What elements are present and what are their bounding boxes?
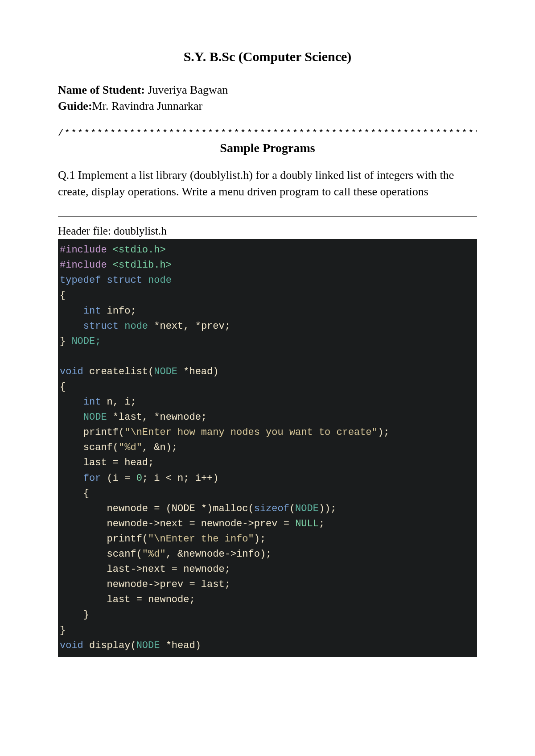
code-token: struct [60, 321, 119, 332]
code-token: prev; [201, 321, 230, 332]
code-token: newnode [60, 579, 148, 590]
code-token: ++ [201, 473, 213, 484]
code-token: prev = [254, 518, 295, 529]
code-token: newnode [183, 549, 224, 560]
code-token: newnode; [160, 412, 207, 423]
code-token: } [60, 625, 66, 636]
code-token: node [119, 321, 154, 332]
code-token: * [154, 321, 160, 332]
code-token: info); [236, 549, 272, 560]
question-text: Q.1 Implement a list library (doublylist… [58, 167, 477, 200]
code-token: void [60, 366, 83, 377]
header-file-label: Header file: doublylist.h [58, 225, 477, 237]
code-token: -> [148, 579, 160, 590]
code-token: NODE [136, 640, 166, 651]
code-token: -> [242, 518, 254, 529]
code-token: ( [119, 427, 124, 438]
code-token: newnode [60, 518, 148, 529]
document-page: S.Y. B.Sc (Computer Science) Name of Stu… [0, 0, 535, 756]
code-token: ( [148, 366, 154, 377]
code-token: display [83, 640, 131, 651]
code-token: ( [113, 442, 119, 453]
code-token: ( [248, 503, 254, 514]
code-token: last, [119, 412, 154, 423]
code-token: printf [60, 533, 142, 545]
code-token: void [60, 640, 83, 651]
code-token: #include [60, 244, 107, 256]
code-token: info; [101, 306, 136, 317]
code-token: , [142, 442, 154, 453]
horizontal-rule [58, 216, 477, 217]
code-token: NODE [60, 412, 113, 423]
code-token: next = newnode [160, 518, 242, 529]
code-token: typedef [60, 275, 101, 286]
student-label: Name of Student: [58, 83, 148, 96]
code-token: & [154, 442, 160, 453]
code-token: head [189, 366, 213, 377]
code-token: newnode = (NODE [60, 503, 201, 514]
code-token: ); [254, 533, 266, 545]
code-token: * [201, 503, 207, 514]
code-token: <stdlib.h> [107, 260, 172, 271]
page-title: S.Y. B.Sc (Computer Science) [58, 49, 477, 64]
code-token: NODE [154, 366, 183, 377]
student-name: Juveriya Bagwan [148, 83, 228, 96]
code-token: 0 [136, 473, 142, 484]
code-token: scanf [60, 442, 113, 453]
code-token: (i = [101, 473, 136, 484]
code-token: -> [130, 564, 142, 575]
code-token: NODE [295, 503, 319, 514]
code-token: ) [195, 640, 201, 651]
code-token: NODE; [66, 336, 101, 347]
code-token: * [166, 640, 172, 651]
code-token: <stdio.h> [107, 244, 166, 256]
guide-name: Mr. Ravindra Junnarkar [92, 99, 203, 112]
code-token: ( [130, 640, 136, 651]
code-token: -> [225, 549, 236, 560]
student-info: Name of Student: Juveriya Bagwan Guide:M… [58, 82, 477, 115]
section-heading: Sample Programs [58, 141, 477, 155]
code-token: createlist [83, 366, 148, 377]
separator-line: /***************************************… [58, 128, 477, 138]
code-token: ) [207, 503, 213, 514]
code-token: * [195, 321, 201, 332]
code-token: ) [213, 473, 218, 484]
code-token: )); [319, 503, 337, 514]
code-token: head [172, 640, 195, 651]
code-token: * [154, 412, 160, 423]
code-token: ; [319, 518, 325, 529]
code-block: #include <stdio.h> #include <stdlib.h> t… [58, 239, 477, 657]
code-token: ( [142, 533, 148, 545]
code-token: last = newnode; [60, 594, 195, 605]
code-token: printf [60, 427, 119, 438]
code-token: -> [148, 518, 160, 529]
code-token: ( [289, 503, 295, 514]
code-token: prev = last; [160, 579, 230, 590]
code-token: { [60, 381, 66, 392]
code-token: malloc [213, 503, 248, 514]
code-token: "%d" [142, 549, 166, 560]
code-token: * [113, 412, 119, 423]
code-token: "\nEnter the info" [148, 533, 254, 545]
code-token: last = head; [60, 457, 154, 468]
code-token: ; i < n; i [142, 473, 201, 484]
code-token: NULL [295, 518, 319, 529]
code-token: "%d" [119, 442, 142, 453]
code-token: scanf [60, 549, 136, 560]
code-token: ) [213, 366, 218, 377]
code-token: next, [160, 321, 195, 332]
code-token: int [60, 306, 101, 317]
code-token: struct [101, 275, 142, 286]
code-token: ); [378, 427, 389, 438]
code-token: last [60, 564, 130, 575]
code-token: ( [136, 549, 142, 560]
code-token: n, i; [101, 397, 136, 408]
code-token: for [60, 473, 101, 484]
code-token: int [60, 397, 101, 408]
code-token: * [183, 366, 189, 377]
code-token: node [142, 275, 172, 286]
code-token: } [60, 609, 89, 620]
code-token: n); [160, 442, 177, 453]
code-token: { [60, 488, 89, 499]
code-token: } [60, 336, 66, 347]
